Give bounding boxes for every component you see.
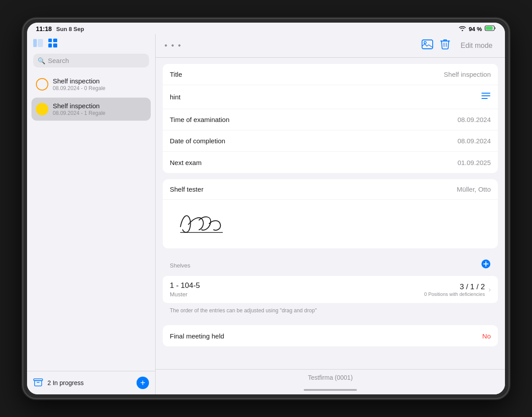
company-name: Testfirma (0001) xyxy=(308,374,352,381)
item-title: Shelf inspection xyxy=(53,102,146,110)
item-subtitle: 08.09.2024 - 0 Regale xyxy=(53,85,146,91)
sidebar-toolbar xyxy=(27,34,155,52)
in-progress-label: 2 In progress xyxy=(47,379,132,386)
item-status-icon xyxy=(36,78,48,90)
search-bar[interactable]: 🔍 xyxy=(33,54,149,67)
shelf-id: 1 - 104-5 xyxy=(170,281,200,290)
item-subtitle: 08.09.2024 - 1 Regale xyxy=(53,110,146,116)
home-indicator xyxy=(156,386,505,394)
search-input[interactable] xyxy=(48,57,145,64)
wifi-icon xyxy=(459,26,466,32)
detail-row-hint: hint xyxy=(163,85,498,109)
list-item[interactable]: Shelf inspection 08.09.2024 - 1 Regale xyxy=(31,98,151,121)
detail-label-time: Time of examination xyxy=(170,116,230,123)
battery-percentage: 94 % xyxy=(469,26,482,32)
delete-icon[interactable] xyxy=(440,39,450,53)
detail-card: Title Shelf inspection hint xyxy=(163,64,498,173)
shelf-substats: 0 Positions with deficiencies xyxy=(424,291,485,297)
shelves-header: Shelves xyxy=(163,255,498,276)
svg-rect-3 xyxy=(38,39,43,47)
detail-label-next-exam: Next exam xyxy=(170,159,202,166)
final-meeting-label: Final meeting held xyxy=(170,332,224,340)
svg-rect-2 xyxy=(33,39,37,47)
list-icon[interactable] xyxy=(481,91,491,102)
drag-drop-note: The order of the entries can be adjusted… xyxy=(163,304,498,319)
search-icon: 🔍 xyxy=(38,57,45,64)
detail-label-title: Title xyxy=(170,71,182,78)
detail-row-time: Time of examination 08.09.2024 xyxy=(163,109,498,130)
svg-rect-5 xyxy=(53,39,57,42)
more-options-icon[interactable]: • • • xyxy=(164,41,182,51)
detail-value-completion: 08.09.2024 xyxy=(458,137,491,145)
sidebar: 🔍 Shelf inspection 08.09.2024 - 0 Regale xyxy=(27,34,156,394)
item-status-icon xyxy=(36,103,48,115)
grid-view-icon[interactable] xyxy=(48,39,57,47)
detail-row-title: Title Shelf inspection xyxy=(163,64,498,85)
status-time: 11:18 xyxy=(36,25,52,32)
shelf-tester-value: Müller, Otto xyxy=(457,185,491,193)
image-icon[interactable] xyxy=(422,39,433,52)
list-item[interactable]: Shelf inspection 08.09.2024 - 0 Regale xyxy=(31,73,151,96)
add-shelf-button[interactable] xyxy=(481,259,491,271)
svg-rect-7 xyxy=(53,43,57,47)
item-title: Shelf inspection xyxy=(53,77,146,85)
sidebar-toggle-icon[interactable] xyxy=(33,39,43,47)
shelf-stats: 3 / 1 / 2 xyxy=(424,283,485,291)
edit-mode-button[interactable]: Edit mode xyxy=(457,40,496,51)
final-meeting-row: Final meeting held No xyxy=(163,325,498,346)
detail-value-next-exam: 01.09.2025 xyxy=(458,159,491,166)
signature-image xyxy=(172,207,251,238)
sidebar-footer: 2 In progress + xyxy=(27,371,155,394)
detail-row-next-exam: Next exam 01.09.2025 xyxy=(163,152,498,173)
main-footer: Testfirma (0001) xyxy=(156,369,505,386)
final-meeting-value: No xyxy=(482,332,491,340)
chevron-right-icon: › xyxy=(489,286,491,294)
status-date: Sun 8 Sep xyxy=(56,26,84,32)
signature-card: Shelf tester Müller, Otto xyxy=(163,179,498,248)
main-toolbar: • • • xyxy=(156,34,505,58)
add-button[interactable]: + xyxy=(137,377,149,389)
main-content: • • • xyxy=(156,34,505,394)
battery-icon xyxy=(485,25,496,32)
svg-rect-1 xyxy=(486,27,493,30)
signature-header: Shelf tester Müller, Otto xyxy=(163,179,498,200)
home-bar xyxy=(304,389,357,391)
shelves-section: Shelves 1 - 104-5 xyxy=(163,255,498,319)
signature-area xyxy=(163,200,498,248)
detail-value-time: 08.09.2024 xyxy=(458,116,491,123)
status-bar: 11:18 Sun 8 Sep 94 % xyxy=(27,23,505,34)
detail-label-completion: Date of completion xyxy=(170,137,225,145)
detail-value-title: Shelf inspection xyxy=(444,71,491,78)
svg-point-10 xyxy=(424,42,426,44)
shelf-item[interactable]: 1 - 104-5 Muster 3 / 1 / 2 0 Positions w… xyxy=(163,276,498,303)
shelves-label: Shelves xyxy=(170,262,190,269)
final-meeting-card: Final meeting held No xyxy=(163,325,498,346)
list-items: Shelf inspection 08.09.2024 - 0 Regale S… xyxy=(27,71,155,371)
shelf-tester-label: Shelf tester xyxy=(170,185,203,193)
svg-rect-4 xyxy=(48,39,52,42)
svg-rect-6 xyxy=(48,43,52,47)
status-icons: 94 % xyxy=(459,25,496,32)
svg-rect-9 xyxy=(422,40,433,49)
shelf-name: Muster xyxy=(170,291,200,298)
archive-icon xyxy=(33,377,43,389)
detail-scroll[interactable]: Title Shelf inspection hint xyxy=(156,58,505,369)
detail-row-completion: Date of completion 08.09.2024 xyxy=(163,130,498,152)
detail-label-hint: hint xyxy=(170,93,180,101)
